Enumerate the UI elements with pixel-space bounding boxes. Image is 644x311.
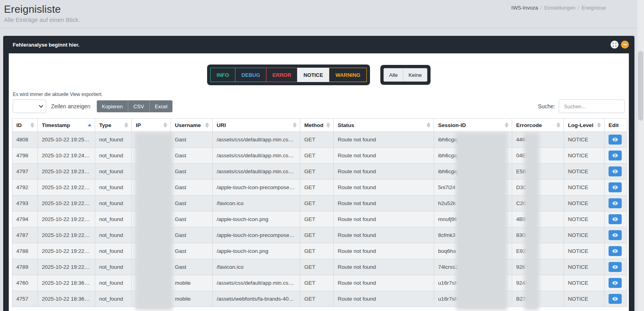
eye-icon [612,296,618,302]
column-header-ip[interactable]: IP [132,119,171,132]
export-csv-button[interactable]: CSV [128,100,150,112]
sort-icon [293,123,297,128]
cell-session-id: u16r7sh [434,275,512,291]
column-header-session-id[interactable]: Session-ID [434,119,512,132]
search-input[interactable] [559,100,625,113]
cell-uri: /assets/css/default/app.min.css.map [213,164,300,180]
column-header-status[interactable]: Status [334,119,434,132]
cell-errorcode: D3C0 [512,180,564,196]
cell-log-level: NOTICE [564,132,605,148]
export-note: Es wird immer die aktuelle View exportie… [10,85,628,97]
cell-uri: /assets/webfonts/fa-brands-400.woff2 [213,291,300,307]
widget-fullscreen-button[interactable] [611,41,619,49]
cell-session-id: ibh6cgig [434,164,512,180]
widget-collapse-button[interactable] [621,41,629,49]
filter-warning-button[interactable]: WARNING [329,68,367,82]
cell-method: GET [300,259,334,275]
view-entry-button[interactable] [609,262,622,272]
column-label: Edit [609,122,619,128]
select-all-button[interactable]: Alle [384,68,403,82]
filter-info-button[interactable]: INFO [210,68,235,82]
cell-log-level: NOTICE [564,211,605,227]
cell-ip [132,275,171,291]
table-body: 48082025-10-22 19:25:44not_foundGast/ass… [12,132,627,307]
view-entry-button[interactable] [609,166,622,176]
export-excel-button[interactable]: Excel [150,100,173,112]
breadcrumb-item[interactable]: Ereignisse [581,5,606,11]
view-entry-button[interactable] [609,135,622,145]
cell-type: not_found [95,132,132,148]
select-none-button[interactable]: Keine [403,68,427,82]
rows-per-page-label: Zeilen anzeigen [51,103,90,110]
cell-log-level: NOTICE [564,164,605,180]
cell-timestamp: 2025-10-22 19:22:26 [38,227,95,243]
sort-icon [326,123,330,128]
header-divider [0,28,644,28]
cell-errorcode: E929 [512,243,564,259]
view-entry-button[interactable] [609,182,622,192]
column-header-type[interactable]: Type [95,119,132,132]
cell-log-level: NOTICE [564,291,605,307]
page-header: Ereignisliste Alle Einträge auf einen Bl… [0,0,644,27]
cell-status: Route not found [334,211,434,227]
column-label: Username [175,122,201,128]
cell-timestamp: 2025-10-22 19:24:04 [38,148,95,164]
eye-icon [612,232,618,238]
cell-edit [605,227,627,243]
view-entry-button[interactable] [609,151,622,160]
filters-row: INFODEBUGERRORNOTICEWARNING Alle Keine [10,53,628,85]
table-row: 47572025-10-22 18:36:31not_foundmobile/a… [12,291,627,307]
page-length-select[interactable] [13,100,46,113]
cell-method: GET [300,180,334,196]
filter-error-button[interactable]: ERROR [266,68,298,82]
cell-timestamp: 2025-10-22 18:36:31 [38,291,95,307]
view-entry-button[interactable] [609,198,622,208]
cell-ip [132,148,171,164]
view-entry-button[interactable] [609,278,622,288]
cell-errorcode: B272 [512,291,564,307]
view-entry-button[interactable] [609,246,622,256]
cell-ip [132,243,171,259]
panel-body: INFODEBUGERRORNOTICEWARNING Alle Keine E… [9,53,629,311]
table-row: 47932025-10-22 19:22:37not_foundGast/fav… [12,196,627,211]
cell-errorcode: 830D [512,227,564,243]
filter-notice-button[interactable]: NOTICE [297,68,329,82]
cell-uri: /apple-touch-icon.png [213,243,300,259]
cell-status: Route not found [334,132,434,148]
export-kopieren-button[interactable]: Kopieren [97,100,128,112]
view-entry-button[interactable] [609,214,622,224]
breadcrumb-item[interactable]: Einstellungen [544,5,575,11]
column-header-username[interactable]: Username [171,119,213,132]
cell-method: GET [300,291,334,307]
view-entry-button[interactable] [609,294,622,304]
cell-session-id: ibh6cgig [434,148,512,164]
cell-edit [605,275,627,291]
breadcrumb-item[interactable]: IWS-Invoza [511,5,538,11]
cell-uri: /apple-touch-icon.png [213,211,300,227]
cell-uri: /favicon.ico [213,259,300,275]
column-header-id[interactable]: ID [12,119,38,132]
filter-debug-button[interactable]: DEBUG [235,68,266,82]
events-table-wrap: IDTimestampTypeIPUsernameURIMethodStatus… [12,118,627,307]
minus-icon [623,44,627,45]
page-scrollbar[interactable] [637,0,644,311]
cell-session-id: 8cfmk3 [434,227,512,243]
eye-icon [612,280,618,286]
cell-session-id: mnufj96 [434,211,512,227]
cell-timestamp: 2025-10-22 18:36:39 [38,275,95,291]
column-header-uri[interactable]: URI [213,119,300,132]
scrollbar-thumb[interactable] [638,51,643,121]
cell-edit [605,196,627,211]
column-header-log-level[interactable]: Log-Level [564,119,605,132]
page-subtitle: Alle Einträge auf einen Blick. [4,16,634,23]
column-header-method[interactable]: Method [300,119,334,132]
cell-log-level: NOTICE [564,227,605,243]
cell-timestamp: 2025-10-22 19:22:26 [38,243,95,259]
cell-type: not_found [95,259,132,275]
cell-uri: /assets/css/default/app.min.css.map [213,275,300,291]
eye-icon [612,137,618,143]
column-header-errorcode[interactable]: Errorcode [512,119,564,132]
column-header-timestamp[interactable]: Timestamp [38,119,95,132]
view-entry-button[interactable] [609,230,622,240]
cell-id: 4793 [12,196,38,211]
